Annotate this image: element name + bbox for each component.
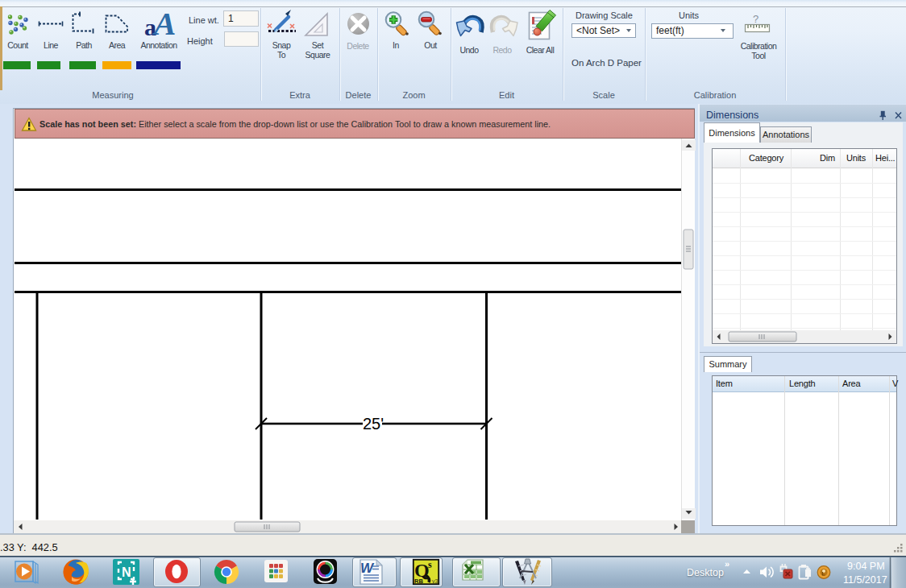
svg-text:»: »	[725, 559, 729, 569]
svg-text:Desktop: Desktop	[687, 567, 724, 578]
svg-text:?: ?	[753, 13, 758, 25]
svg-text:9:04 PM: 9:04 PM	[847, 561, 885, 572]
svg-text:W: W	[360, 561, 375, 576]
svg-text:A: A	[152, 5, 176, 42]
svg-text:s: s	[428, 559, 432, 570]
svg-text:v3: v3	[432, 578, 438, 584]
svg-text:11/5/2017: 11/5/2017	[843, 574, 887, 586]
svg-text:RB: RB	[414, 578, 423, 585]
svg-text:25': 25'	[363, 415, 384, 433]
svg-text:N: N	[122, 565, 131, 579]
